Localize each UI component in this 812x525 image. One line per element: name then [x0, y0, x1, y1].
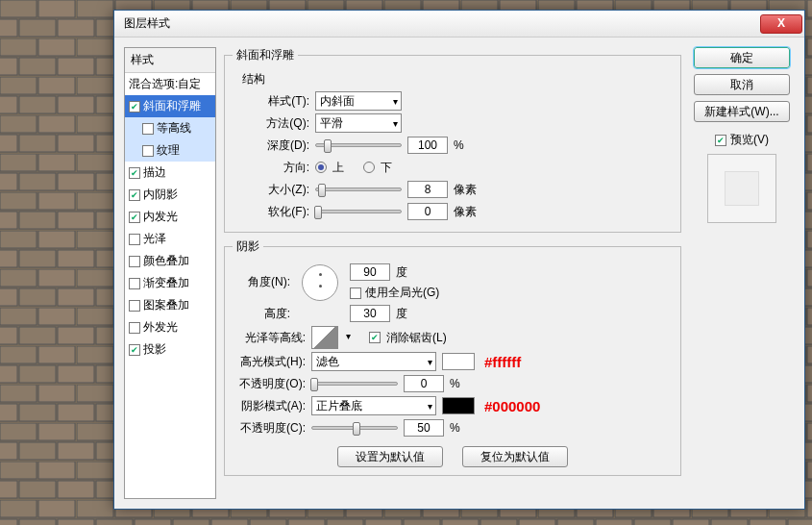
- sidebar-item-blend[interactable]: 混合选项:自定: [125, 73, 215, 95]
- effects-list: 样式 混合选项:自定 斜面和浮雕 等高线 纹理 描边 内阴影 内发光 光泽 颜色…: [124, 47, 216, 499]
- preview-checkbox[interactable]: [715, 135, 726, 146]
- altitude-input[interactable]: 30: [350, 305, 390, 322]
- cancel-button[interactable]: 取消: [694, 74, 790, 95]
- sidebar-item-outerglow[interactable]: 外发光: [125, 316, 215, 338]
- shadow-color-annotation: #000000: [484, 398, 540, 414]
- sidebar-item-dropshadow[interactable]: 投影: [125, 338, 215, 361]
- reset-default-button[interactable]: 复位为默认值: [462, 446, 568, 467]
- bevel-group: 斜面和浮雕 结构 样式(T): 内斜面 方法(Q): 平滑 深度(D): 100…: [224, 47, 681, 233]
- checkbox-icon[interactable]: [129, 167, 140, 179]
- preview-label: 预览(V): [730, 132, 769, 148]
- depth-label: 深度(D):: [233, 138, 309, 154]
- style-select[interactable]: 内斜面: [315, 91, 402, 111]
- sidebar-item-patternoverlay[interactable]: 图案叠加: [125, 294, 215, 316]
- shading-group: 阴影 角度(N): 90 度 使用全局光(G): [224, 238, 681, 476]
- size-unit: 像素: [454, 182, 482, 198]
- action-panel: 确定 取消 新建样式(W)... 预览(V): [689, 47, 795, 499]
- soften-input[interactable]: 0: [407, 203, 448, 220]
- depth-slider[interactable]: [315, 143, 402, 147]
- soften-slider[interactable]: [315, 210, 402, 213]
- sidebar-item-gradientoverlay[interactable]: 渐变叠加: [125, 272, 215, 294]
- sidebar-item-stroke[interactable]: 描边: [125, 162, 215, 184]
- checkbox-icon[interactable]: [142, 145, 154, 157]
- soften-label: 软化(F):: [233, 204, 309, 220]
- highlight-opacity-input[interactable]: 0: [404, 375, 444, 392]
- highlight-color-swatch[interactable]: [442, 353, 475, 370]
- highlight-opacity-label: 不透明度(O):: [233, 376, 306, 392]
- method-label: 方法(Q):: [233, 115, 309, 132]
- size-input[interactable]: 8: [407, 181, 448, 198]
- soften-unit: 像素: [454, 204, 482, 220]
- shadow-opacity-input[interactable]: 50: [404, 419, 444, 437]
- new-style-button[interactable]: 新建样式(W)...: [694, 101, 790, 122]
- sidebar-item-texture[interactable]: 纹理: [125, 139, 215, 162]
- highlight-opacity-slider[interactable]: [311, 382, 398, 386]
- checkbox-icon[interactable]: [129, 300, 140, 312]
- global-light-checkbox[interactable]: [350, 288, 361, 299]
- sidebar-item-contour[interactable]: 等高线: [125, 117, 215, 139]
- checkbox-icon[interactable]: [129, 234, 140, 245]
- checkbox-icon[interactable]: [129, 212, 140, 223]
- direction-up-radio[interactable]: [315, 162, 327, 173]
- method-select[interactable]: 平滑: [315, 113, 402, 133]
- angle-unit: 度: [396, 264, 407, 281]
- antialias-label: 消除锯齿(L): [386, 330, 447, 346]
- layer-style-dialog: 图层样式 X 样式 混合选项:自定 斜面和浮雕 等高线 纹理 描边 内阴影 内发…: [113, 10, 805, 510]
- ok-button[interactable]: 确定: [694, 47, 790, 68]
- checkbox-icon[interactable]: [129, 189, 140, 201]
- style-label: 样式(T):: [233, 93, 309, 110]
- direction-label: 方向:: [233, 160, 309, 176]
- settings-panel: 斜面和浮雕 结构 样式(T): 内斜面 方法(Q): 平滑 深度(D): 100…: [224, 47, 681, 499]
- sidebar-item-satin[interactable]: 光泽: [125, 228, 215, 250]
- shadow-opacity-label: 不透明度(C):: [233, 420, 306, 437]
- sidebar-item-innershadow[interactable]: 内阴影: [125, 184, 215, 206]
- preview-inner: [725, 171, 759, 206]
- close-button[interactable]: X: [760, 14, 802, 34]
- angle-wheel[interactable]: [302, 264, 338, 301]
- highlight-color-annotation: #ffffff: [484, 354, 521, 370]
- gloss-contour-label: 光泽等高线:: [233, 330, 306, 346]
- depth-unit: %: [454, 138, 482, 152]
- structure-heading: 结构: [242, 71, 673, 88]
- checkbox-icon[interactable]: [129, 278, 140, 289]
- make-default-button[interactable]: 设置为默认值: [337, 446, 443, 467]
- size-slider[interactable]: [315, 188, 402, 191]
- shadow-mode-label: 阴影模式(A):: [233, 398, 306, 414]
- checkbox-icon[interactable]: [129, 256, 140, 267]
- checkbox-icon[interactable]: [129, 101, 140, 112]
- altitude-unit: 度: [396, 306, 407, 322]
- shadow-color-swatch[interactable]: [442, 397, 475, 414]
- angle-label: 角度(N):: [233, 274, 290, 290]
- preview-thumbnail: [707, 154, 776, 223]
- sidebar-item-coloroverlay[interactable]: 颜色叠加: [125, 250, 215, 272]
- shadow-mode-select[interactable]: 正片叠底: [311, 396, 436, 415]
- window-title: 图层样式: [124, 15, 760, 32]
- effects-header: 样式: [125, 48, 215, 73]
- antialias-checkbox[interactable]: [369, 332, 381, 343]
- global-light-label: 使用全局光(G): [365, 285, 439, 301]
- direction-down-radio[interactable]: [363, 162, 375, 173]
- shadow-opacity-unit: %: [450, 421, 460, 435]
- shadow-opacity-slider[interactable]: [311, 426, 398, 430]
- checkbox-icon[interactable]: [142, 123, 154, 135]
- checkbox-icon[interactable]: [129, 322, 140, 334]
- sidebar-item-innerglow[interactable]: 内发光: [125, 206, 215, 228]
- highlight-mode-label: 高光模式(H):: [233, 354, 306, 370]
- depth-input[interactable]: 100: [407, 137, 448, 154]
- sidebar-item-bevel[interactable]: 斜面和浮雕: [125, 95, 215, 117]
- titlebar[interactable]: 图层样式 X: [114, 11, 804, 38]
- bevel-legend: 斜面和浮雕: [233, 47, 298, 63]
- altitude-label: 高度:: [233, 306, 290, 322]
- highlight-mode-select[interactable]: 滤色: [311, 352, 436, 371]
- checkbox-icon[interactable]: [129, 344, 140, 356]
- highlight-opacity-unit: %: [450, 377, 460, 390]
- angle-input[interactable]: 90: [350, 263, 390, 281]
- gloss-contour-picker[interactable]: [311, 326, 338, 349]
- size-label: 大小(Z):: [233, 182, 309, 198]
- shading-legend: 阴影: [233, 238, 263, 255]
